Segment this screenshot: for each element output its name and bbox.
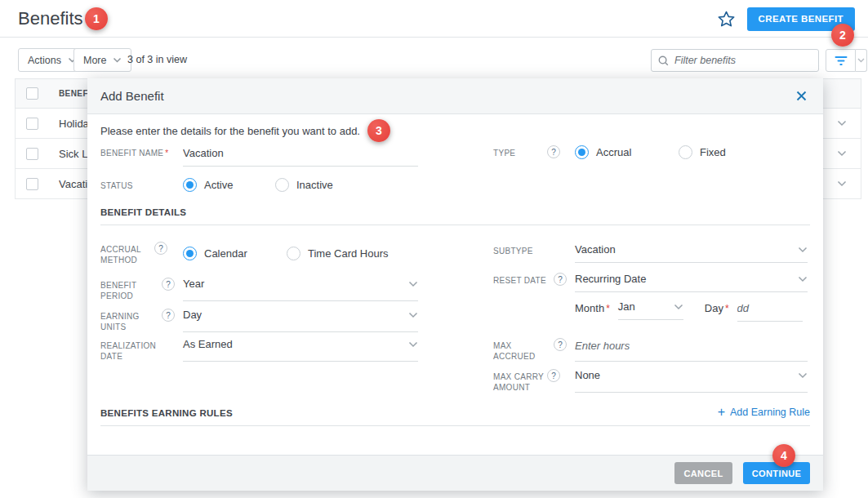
filter-benefits-input[interactable] xyxy=(674,55,812,66)
benefits-page: Benefits CREATE BENEFIT 1 2 Actions More… xyxy=(0,0,868,498)
help-icon[interactable]: ? xyxy=(154,242,167,255)
max-carry-amount-select[interactable]: None xyxy=(575,369,808,393)
help-icon[interactable]: ? xyxy=(554,273,567,286)
benefit-period-select[interactable]: Year xyxy=(183,278,418,301)
step-marker-2: 2 xyxy=(831,24,854,47)
help-icon[interactable]: ? xyxy=(162,278,175,291)
benefit-period-label: BENEFIT PERIOD xyxy=(100,280,162,301)
field-reset-date: RESET DATE ? Recurring Date xyxy=(493,273,808,292)
type-radio-group: Accrual Fixed xyxy=(575,145,808,159)
continue-button[interactable]: CONTINUE xyxy=(743,462,810,484)
field-month-day: Month* Jan Day* xyxy=(575,300,808,322)
time-card-hours-option[interactable]: Time Card Hours xyxy=(287,247,390,260)
select-all-checkbox[interactable] xyxy=(26,87,38,100)
chevron-down-icon xyxy=(798,247,808,253)
reset-date-select[interactable]: Recurring Date xyxy=(575,273,808,292)
earning-units-label: EARNING UNITS xyxy=(100,311,162,332)
close-icon[interactable] xyxy=(793,87,810,104)
radio-icon xyxy=(287,247,300,260)
more-button[interactable]: More xyxy=(73,48,131,72)
help-icon[interactable]: ? xyxy=(162,309,175,322)
modal-footer: CANCEL CONTINUE xyxy=(87,455,823,491)
fixed-option[interactable]: Fixed xyxy=(679,145,782,159)
step-marker-3: 3 xyxy=(367,119,390,142)
modal-intro: Please enter the details for the benefit… xyxy=(100,119,810,142)
accrual-method-radio-group: Calendar Time Card Hours xyxy=(183,242,418,265)
field-realization-date: REALIZATION DATE As Earned xyxy=(100,338,418,362)
status-active-option[interactable]: Active xyxy=(183,178,275,192)
search-icon xyxy=(658,56,669,66)
field-benefit-period: BENEFIT PERIOD ? Year xyxy=(100,278,418,301)
status-label: STATUS xyxy=(100,180,133,191)
field-benefit-name: BENEFIT NAME* xyxy=(100,145,418,167)
month-label: Month* xyxy=(575,300,610,314)
filter-button[interactable] xyxy=(826,49,856,72)
chevron-down-icon xyxy=(113,57,122,63)
subtype-select[interactable]: Vacation xyxy=(575,243,808,263)
filter-dropdown-button[interactable] xyxy=(856,49,867,72)
max-accrued-input-wrap xyxy=(575,338,808,362)
max-accrued-label: MAX ACCRUED xyxy=(493,340,554,362)
row-checkbox[interactable] xyxy=(26,148,38,160)
filter-benefits-search[interactable] xyxy=(651,49,819,72)
field-subtype: SUBTYPE Vacation xyxy=(493,243,808,263)
chevron-down-icon xyxy=(408,341,418,348)
filter-icon xyxy=(835,56,848,66)
benefit-name-input-wrap xyxy=(183,145,418,167)
status-inactive-option[interactable]: Inactive xyxy=(275,178,379,192)
modal-header: Add Benefit xyxy=(87,78,823,114)
favorite-star-icon[interactable] xyxy=(717,10,736,29)
section-benefit-details: BENEFIT DETAILS xyxy=(100,207,810,225)
field-earning-units: EARNING UNITS ? Day xyxy=(100,309,418,332)
chevron-down-icon xyxy=(857,58,865,63)
calendar-option[interactable]: Calendar xyxy=(183,247,287,260)
page-header: Benefits CREATE BENEFIT xyxy=(0,0,868,38)
realization-date-select[interactable]: As Earned xyxy=(183,338,418,362)
day-input[interactable] xyxy=(737,302,803,321)
row-expand-button[interactable] xyxy=(822,139,861,168)
chevron-down-icon xyxy=(798,372,808,379)
field-status: STATUS Active Inactive xyxy=(100,178,418,192)
field-type: TYPE ? Accrual Fixed xyxy=(493,145,808,159)
radio-selected-icon xyxy=(183,247,197,260)
required-asterisk: * xyxy=(165,149,168,158)
help-icon[interactable]: ? xyxy=(554,338,567,351)
radio-icon xyxy=(679,145,692,159)
chevron-down-icon xyxy=(837,180,847,187)
earning-units-select[interactable]: Day xyxy=(183,309,418,332)
reset-date-label: RESET DATE xyxy=(493,275,546,286)
required-asterisk: * xyxy=(725,303,729,314)
section-earning-rules: BENEFITS EARNING RULES + Add Earning Rul… xyxy=(100,407,810,426)
help-icon[interactable]: ? xyxy=(547,145,560,158)
row-checkbox[interactable] xyxy=(26,118,38,130)
realization-date-label: REALIZATION DATE xyxy=(100,340,175,362)
step-marker-1: 1 xyxy=(85,7,108,30)
type-label: TYPE xyxy=(493,148,515,158)
accrual-option[interactable]: Accrual xyxy=(575,145,679,159)
chevron-down-icon xyxy=(674,304,683,310)
chevron-down-icon xyxy=(408,312,418,318)
month-select[interactable]: Jan xyxy=(618,300,683,320)
benefit-name-input[interactable] xyxy=(183,147,418,166)
cancel-button[interactable]: CANCEL xyxy=(674,462,732,484)
add-earning-rule-link[interactable]: + Add Earning Rule xyxy=(718,407,810,418)
step-marker-4: 4 xyxy=(772,444,795,467)
max-carry-amount-label: MAX CARRY AMOUNT xyxy=(493,371,547,393)
chevron-down-icon xyxy=(798,276,808,282)
max-accrued-input[interactable] xyxy=(575,340,808,358)
section-title: BENEFIT DETAILS xyxy=(100,207,186,217)
help-icon[interactable]: ? xyxy=(547,369,560,382)
add-benefit-modal: Add Benefit Please enter the details for… xyxy=(87,78,823,491)
field-accrual-method: ACCRUAL METHOD ? Calendar Time Card Hour… xyxy=(100,242,418,265)
list-toolbar: Actions More 3 of 3 in view xyxy=(0,38,868,78)
chevron-down-icon xyxy=(408,281,418,287)
accrual-method-label: ACCRUAL METHOD xyxy=(100,244,154,265)
row-count-text: 3 of 3 in view xyxy=(127,54,187,65)
filter-controls xyxy=(826,49,867,72)
plus-icon: + xyxy=(718,407,725,417)
row-expand-button[interactable] xyxy=(822,109,861,138)
section-title: BENEFITS EARNING RULES xyxy=(100,408,233,418)
row-expand-button[interactable] xyxy=(822,169,861,198)
row-checkbox[interactable] xyxy=(26,178,38,190)
chevron-down-icon xyxy=(837,150,847,157)
